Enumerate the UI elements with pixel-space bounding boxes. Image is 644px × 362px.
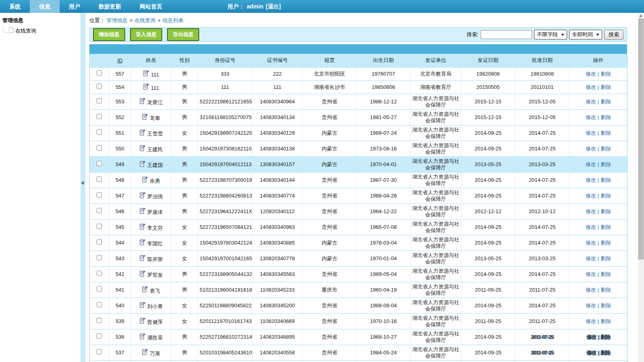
row-checkbox[interactable]	[97, 349, 102, 354]
row-checkbox[interactable]	[97, 318, 102, 323]
sort-id-link[interactable]: ID	[118, 58, 123, 64]
name-link[interactable]: 刘小青	[147, 303, 163, 310]
row-checkbox[interactable]	[97, 271, 102, 276]
nav-item-active[interactable]: 信息	[30, 0, 60, 13]
field-select[interactable]: 不限字段	[534, 30, 567, 39]
row-checkbox[interactable]	[97, 114, 102, 119]
delete-link[interactable]: 删除	[601, 224, 611, 230]
column-header[interactable]: 籍贯	[303, 54, 357, 67]
edit-link[interactable]: 修改	[586, 99, 596, 105]
delete-link[interactable]: 删除	[601, 334, 610, 340]
toolbar-button[interactable]: 增加信息	[93, 28, 125, 41]
row-checkbox[interactable]	[97, 255, 102, 260]
row-checkbox[interactable]	[97, 70, 102, 76]
delete-link[interactable]: 删除	[601, 71, 611, 77]
delete-link[interactable]: 删除	[601, 302, 611, 309]
nav-item[interactable]: 用户	[60, 0, 89, 13]
edit-link[interactable]: 修改	[586, 177, 596, 183]
toolbar-button[interactable]: 导入信息	[130, 28, 162, 41]
delete-link[interactable]: 删除	[601, 114, 611, 120]
row-checkbox[interactable]	[97, 98, 102, 103]
row-checkbox[interactable]	[97, 208, 102, 213]
breadcrumb-link[interactable]: 在线查询	[134, 17, 155, 23]
row-checkbox[interactable]	[97, 302, 102, 307]
edit-link[interactable]: 修改	[586, 287, 596, 293]
row-checkbox[interactable]	[97, 130, 102, 135]
row-checkbox[interactable]	[97, 239, 102, 245]
name-link[interactable]: 袁飞	[150, 288, 160, 294]
delete-link[interactable]: 删除	[601, 350, 610, 356]
name-link[interactable]: 龙爱江	[147, 99, 163, 106]
name-link[interactable]: 王雪雪	[147, 131, 163, 137]
row-checkbox[interactable]	[97, 161, 102, 166]
name-link[interactable]: 李文芬	[147, 225, 163, 231]
name-link[interactable]: 龙奉	[150, 115, 160, 121]
column-header[interactable]: 出生日期	[357, 54, 411, 67]
row-checkbox[interactable]	[97, 192, 102, 197]
edit-link[interactable]: 修改	[586, 240, 596, 246]
time-select[interactable]: 全部时间	[569, 30, 602, 39]
column-header[interactable]: 姓名	[131, 54, 171, 67]
name-link[interactable]: 罗世发	[147, 272, 163, 278]
logout-link[interactable]: [退出]	[266, 0, 281, 13]
search-input[interactable]	[481, 30, 532, 39]
column-header[interactable]: 身份证号	[198, 54, 252, 67]
breadcrumb-link[interactable]: 信息列表	[163, 17, 184, 23]
search-button[interactable]: 搜索	[604, 30, 623, 40]
delete-link[interactable]: 删除	[601, 146, 611, 152]
delete-link[interactable]: 删除	[601, 240, 611, 246]
edit-link[interactable]: 修改	[586, 224, 596, 230]
delete-link[interactable]: 删除	[601, 84, 611, 90]
delete-link[interactable]: 删除	[601, 99, 611, 105]
edit-link[interactable]: 修改	[586, 318, 596, 324]
scrollbar-thumb[interactable]	[638, 19, 644, 259]
name-link[interactable]: 王建国	[147, 162, 163, 169]
edit-link[interactable]: 修改	[586, 161, 596, 167]
delete-link[interactable]: 删除	[601, 271, 611, 277]
scroll-up-icon[interactable]	[639, 14, 642, 17]
column-header[interactable]: 批准日期	[515, 54, 570, 67]
edit-link[interactable]: 修改	[586, 271, 596, 277]
name-link[interactable]: 李国红	[147, 241, 163, 247]
column-header[interactable]: 操作	[570, 54, 627, 67]
column-header[interactable]: 性别	[171, 54, 198, 67]
name-link[interactable]: 潘胜章	[147, 335, 163, 341]
edit-link[interactable]: 修改	[586, 255, 596, 261]
column-header[interactable]: 证书编号	[252, 54, 303, 67]
collapse-panel-icon[interactable]	[81, 181, 84, 185]
row-checkbox[interactable]	[97, 224, 102, 229]
delete-link[interactable]: 删除	[601, 177, 611, 183]
vertical-scrollbar[interactable]	[638, 13, 644, 362]
delete-link[interactable]: 删除	[601, 287, 611, 293]
name-link[interactable]: 111	[151, 85, 159, 91]
edit-link[interactable]: 修改	[586, 84, 596, 90]
delete-link[interactable]: 删除	[601, 130, 611, 136]
sidebar-item-online-query[interactable]: 在线查询	[3, 25, 80, 33]
edit-link[interactable]: 修改	[586, 334, 596, 340]
row-checkbox[interactable]	[97, 286, 102, 292]
name-link[interactable]: 佘勇	[150, 178, 160, 184]
edit-link[interactable]: 修改	[586, 302, 596, 309]
column-header[interactable]: 发证日期	[461, 54, 515, 67]
edit-link[interactable]: 修改	[586, 71, 596, 77]
name-link[interactable]: 王建民	[147, 146, 163, 153]
name-link[interactable]: 陈井荣	[147, 256, 163, 263]
delete-link[interactable]: 删除	[601, 255, 611, 261]
name-link[interactable]: 111	[151, 72, 159, 78]
delete-link[interactable]: 删除	[601, 208, 611, 214]
delete-link[interactable]: 删除	[601, 161, 611, 167]
edit-link[interactable]: 修改	[586, 130, 596, 136]
row-checkbox[interactable]	[97, 84, 102, 89]
name-link[interactable]: 万泉	[150, 350, 160, 357]
delete-link[interactable]: 删除	[601, 318, 611, 324]
column-header[interactable]: 发证单位	[411, 54, 461, 67]
row-checkbox[interactable]	[97, 333, 102, 339]
name-link[interactable]: 罗治强	[147, 193, 163, 200]
edit-link[interactable]: 修改	[586, 193, 596, 199]
breadcrumb-link[interactable]: 管理信息	[107, 17, 128, 23]
toolbar-button[interactable]: 导出信息	[167, 28, 199, 41]
delete-link[interactable]: 删除	[601, 193, 611, 199]
row-checkbox[interactable]	[97, 145, 102, 150]
edit-link[interactable]: 修改	[586, 146, 596, 152]
name-link[interactable]: 罗康泽	[147, 209, 163, 216]
